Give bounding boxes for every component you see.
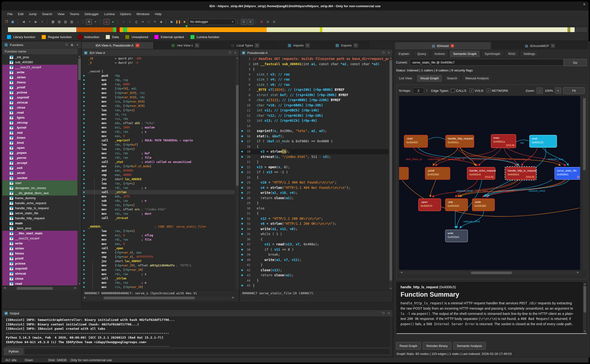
functions-restore-icon[interactable]: ❐ bbox=[65, 43, 68, 46]
remote-c1-icon[interactable]: C bbox=[241, 19, 247, 25]
asm-line[interactable]: mov eax, 0 bbox=[82, 134, 235, 138]
nav-tab-semantic-graph[interactable]: Semantic Graph bbox=[450, 50, 480, 57]
pseudocode-line[interactable]: 3{ bbox=[240, 67, 389, 72]
menu-edit[interactable]: Edit bbox=[15, 11, 26, 17]
open-file-icon[interactable]: ❐ bbox=[4, 19, 9, 25]
zoom-in-button[interactable]: + bbox=[555, 87, 561, 94]
output-header[interactable]: ▤ Output ❐ ✕ bbox=[2, 310, 393, 317]
fit-button[interactable]: Fit bbox=[563, 87, 585, 94]
ida-view-header[interactable]: ▤ IDA View-A ❐ ✕ bbox=[82, 49, 239, 56]
asm-line[interactable]: call _strncat bbox=[82, 216, 235, 220]
output-maximize-icon[interactable]: ❐ bbox=[381, 312, 385, 315]
function-list-item[interactable]: f_printf bbox=[2, 85, 78, 90]
nav-tab-settings[interactable]: Settings bbox=[520, 50, 539, 57]
asm-line[interactable]: mov esi, 200h ; maxlen bbox=[82, 125, 235, 130]
asm-line[interactable]: mov rdi, rax ; dest bbox=[82, 212, 235, 216]
ida-view-maximize-icon[interactable]: ❐ bbox=[228, 51, 232, 54]
function-list-item[interactable]: f_exit bbox=[2, 165, 78, 170]
function-list-item[interactable]: f_fgets bbox=[2, 115, 78, 120]
list-red-icon[interactable]: ≣ bbox=[259, 19, 264, 25]
functions-close-icon[interactable]: ✕ bbox=[76, 43, 80, 46]
python-cli-input[interactable] bbox=[24, 348, 390, 355]
view-tab-search[interactable]: Search bbox=[444, 75, 461, 82]
asm-line[interactable] bbox=[82, 220, 235, 225]
function-list-item[interactable]: fclose bbox=[2, 276, 78, 281]
graph-node--read[interactable]: .read0x400400 bbox=[404, 135, 428, 148]
pseudocode-line[interactable]: 28 return close(a1); bbox=[240, 195, 389, 201]
ida-view-hscrollbar[interactable]: ◀ ▶ bbox=[82, 296, 236, 300]
asm-line[interactable]: _unwind { bbox=[82, 69, 235, 74]
nhops-spin-arrows[interactable]: ▲▼ bbox=[426, 89, 428, 92]
pseudocode-line[interactable]: 11 int v11; // [rsp+6BCh] [rbp-14h] bbox=[240, 108, 389, 113]
pseudocode-line[interactable]: 34 write(a1, v12, v6); bbox=[240, 227, 389, 232]
pseudocode-line[interactable]: 15 snprintf(s, 0x200u, "%s%s", a2, a3); bbox=[240, 129, 389, 134]
pseudocode-line[interactable]: 20 strncat(s, "/index.html", 511 - v3); bbox=[240, 154, 389, 160]
asm-line[interactable]: and eax, 0F000h bbox=[82, 169, 235, 173]
pseudocode-maximize-icon[interactable]: ❐ bbox=[381, 51, 385, 54]
menu-help[interactable]: Help bbox=[152, 11, 164, 17]
asm-line[interactable]: _10 = qword ptr -10h bbox=[82, 56, 235, 61]
asm-line[interactable]: sub rdx, rax ; n bbox=[82, 199, 235, 203]
tab-hex-view-1[interactable]: Hex View-1✕ bbox=[154, 42, 216, 49]
functions-vscrollbar[interactable]: ▲ ▼ bbox=[78, 55, 81, 286]
tab-ida-view-a-pseudocode-a[interactable]: IDA View-A, Pseudocode-A✕ bbox=[81, 42, 153, 49]
current-function-input[interactable]: serve_static_file @ 0x4008c7 bbox=[410, 59, 566, 66]
asm-line[interactable]: mov esi, offset src ; "/index.html" bbox=[82, 207, 235, 212]
function-list-item[interactable]: fserve_static_file bbox=[2, 211, 78, 216]
asm-line[interactable]: jnz short loc_4008E8 bbox=[82, 177, 235, 182]
function-list-item[interactable]: f_term_proc bbox=[2, 226, 78, 231]
menu-search[interactable]: Search bbox=[39, 11, 55, 17]
nav-tab-rag[interactable]: RAG bbox=[505, 50, 519, 57]
pseudocode-line[interactable]: 31 { bbox=[240, 211, 389, 216]
button-reset-graph[interactable]: Reset Graph bbox=[396, 342, 421, 350]
pseudocode-line[interactable]: 18 { bbox=[240, 144, 389, 149]
pseudocode-line[interactable]: 41 } bbox=[240, 262, 389, 268]
asm-line[interactable]: mov r8, rcx bbox=[82, 112, 235, 117]
menu-options[interactable]: Options bbox=[117, 11, 134, 17]
menu-jump[interactable]: Jump bbox=[26, 11, 39, 17]
pseudocode-line[interactable]: 35 while ( 1 ) bbox=[240, 232, 389, 237]
function-list-item[interactable]: f__isoc23_sscanf bbox=[2, 236, 78, 241]
names-icon[interactable]: ▤ bbox=[57, 19, 62, 25]
ida-view-vscrollbar[interactable]: ▲ bbox=[235, 56, 239, 290]
view-tab-manual-analysis[interactable]: Manual Analysis bbox=[462, 75, 492, 82]
function-list-item[interactable]: fstrncat bbox=[2, 271, 78, 276]
graph-vscrollbar[interactable] bbox=[582, 96, 586, 270]
pseudocode-line[interactable]: 44 } bbox=[240, 278, 389, 283]
graph-node-partial[interactable] bbox=[399, 167, 409, 180]
tab-close-icon[interactable]: ✕ bbox=[255, 43, 259, 47]
step-icon[interactable]: ⇥ bbox=[140, 19, 145, 25]
asm-line[interactable]: mov rdi, rax ; s bbox=[82, 272, 235, 276]
menu-teams[interactable]: Teams bbox=[67, 11, 82, 17]
function-list-item[interactable]: f_listen bbox=[2, 135, 78, 140]
function-list-item[interactable]: f_write bbox=[2, 70, 78, 75]
function-list-item[interactable]: f_snprintf bbox=[2, 95, 78, 100]
function-list-item[interactable]: fstrlen bbox=[2, 246, 78, 251]
frame-icon[interactable]: □ bbox=[146, 19, 151, 25]
function-list-item[interactable]: f_strlen bbox=[2, 75, 78, 80]
asm-line[interactable]: lea rax, [rbp+s] bbox=[82, 229, 235, 233]
save-icon[interactable]: ▣ bbox=[10, 19, 15, 25]
pseudocode-line[interactable]: 1// Handles GET requests: builds filesys… bbox=[240, 56, 389, 62]
lumina-icon[interactable]: ● bbox=[110, 19, 116, 25]
pseudocode-line[interactable]: 6 size_t v6; // rax bbox=[240, 82, 389, 87]
function-list-item[interactable]: f_accept bbox=[2, 160, 78, 165]
edge-check-vuln[interactable]: ✓VULN bbox=[470, 89, 483, 92]
edge-check-calls[interactable]: CALLS bbox=[451, 89, 466, 92]
button-reindex-binary[interactable]: ReIndex Binary bbox=[423, 342, 451, 350]
graph-node-serve_static_file[interactable]: serve_static_file0x400841[V bbox=[555, 167, 580, 180]
function-list-item[interactable]: fstart bbox=[2, 181, 78, 185]
function-list-item[interactable]: f_stat bbox=[2, 130, 78, 135]
asm-line[interactable]: call _stat ; stat() called on unsanitize… bbox=[82, 160, 235, 164]
graph-node-handle_http_ls_request[interactable]: handle_http_ls_request0x4006c5[VULN] bbox=[505, 167, 536, 180]
view-tab-list-view[interactable]: List View bbox=[396, 75, 416, 82]
asm-line[interactable]: mov rcx, rdx bbox=[82, 117, 235, 121]
pseudocode-line[interactable]: 43 return close(a1); bbox=[240, 273, 389, 278]
tab-close-icon[interactable]: ✕ bbox=[451, 44, 454, 47]
asm-line[interactable]: mov [rbp+var_6C8], rdx bbox=[82, 95, 235, 99]
pseudocode-line[interactable]: 30 else bbox=[240, 206, 389, 211]
menu-debugger[interactable]: Debugger bbox=[82, 11, 101, 17]
asm-line[interactable]: lea rax, [rbp+s] bbox=[82, 147, 235, 151]
pseudocode-line[interactable]: 42 close(v13); bbox=[240, 268, 389, 273]
function-list-item[interactable]: f_perror bbox=[2, 155, 78, 160]
